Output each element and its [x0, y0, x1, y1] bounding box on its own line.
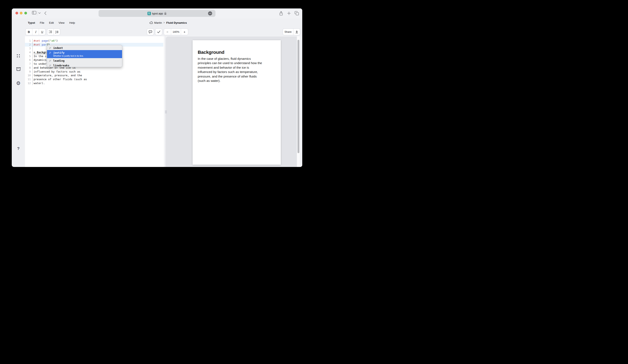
- bold-button[interactable]: B: [26, 29, 32, 35]
- check-button[interactable]: [155, 29, 162, 35]
- checkmark-icon: [157, 30, 160, 33]
- numbered-list-icon: 1 2: [55, 30, 59, 33]
- page-body-line: pressure, and the presence of other flui…: [198, 74, 276, 78]
- new-tab-icon[interactable]: [287, 11, 291, 15]
- tab-overview-icon[interactable]: [295, 11, 299, 15]
- apps-grid-icon[interactable]: [12, 54, 25, 58]
- autocomplete-item-label: linebreaks: [53, 64, 69, 67]
- sidebar-toggle-icon[interactable]: [32, 11, 36, 14]
- settings-gear-icon[interactable]: ⚙: [12, 81, 25, 86]
- breadcrumb-document-title[interactable]: Fluid Dynamics: [166, 21, 187, 24]
- code-line[interactable]: #set page("a6"): [33, 39, 163, 43]
- svg-text:2: 2: [55, 32, 56, 33]
- comment-bubble-icon: [149, 30, 152, 34]
- page-body-line: principles can be used to understand how…: [198, 61, 276, 65]
- gutter: 123456789101112: [25, 39, 33, 85]
- preview-region: Background In the case of glaciers, flui…: [166, 36, 302, 167]
- comment-button-group: [147, 28, 154, 35]
- page-body-line: In the case of glaciers, fluid dynamics: [198, 57, 276, 61]
- splitter-handle-icon[interactable]: [165, 110, 167, 113]
- line-number: 4: [25, 51, 32, 54]
- app-menu-bar: TypstFileEditViewHelp: [28, 18, 75, 27]
- app-header: TypstFileEditViewHelp Martin > Fluid Dyn…: [12, 18, 302, 27]
- parameter-prefix: p: [49, 58, 51, 63]
- line-number: 9: [25, 70, 32, 74]
- code-line[interactable]: temperature, pressure, and the: [33, 73, 163, 77]
- line-number: 6: [25, 58, 32, 62]
- page-body-line: movement and behavior of the ice is: [198, 65, 276, 70]
- menu-item-help[interactable]: Help: [69, 21, 75, 24]
- underline-button[interactable]: U: [39, 29, 45, 35]
- zoom-in-button[interactable]: +: [181, 29, 188, 35]
- preview-scrollbar-thumb[interactable]: [298, 40, 299, 153]
- autocomplete-item-label: justify: [53, 51, 65, 54]
- share-button[interactable]: Share: [283, 29, 293, 35]
- url-text: typst.app: [152, 12, 163, 15]
- breadcrumb-separator: >: [163, 21, 165, 24]
- page-heading: Background: [198, 50, 276, 55]
- download-icon: [295, 30, 298, 33]
- autocomplete-item-description: Whether to justify text in its line.: [53, 54, 122, 57]
- bullet-list-icon: [49, 30, 52, 33]
- breadcrumb: Martin > Fluid Dynamics: [150, 18, 187, 27]
- menu-item-file[interactable]: File: [40, 21, 44, 24]
- bullet-list-button[interactable]: [47, 29, 54, 35]
- line-number: 2: [25, 43, 32, 47]
- zoom-level[interactable]: 140%: [171, 29, 181, 35]
- line-number: 11: [25, 77, 32, 81]
- editor-toolbar: B I U 1 2: [12, 27, 302, 36]
- line-number: 7: [25, 62, 32, 66]
- breadcrumb-owner[interactable]: Martin: [154, 21, 162, 24]
- parameter-prefix: p: [49, 45, 51, 50]
- preview-scrollbar-track[interactable]: [297, 36, 300, 167]
- autocomplete-item-label: leading: [53, 59, 65, 62]
- address-bar[interactable]: t typst.app: [98, 10, 216, 17]
- line-number: 12: [25, 81, 32, 85]
- line-number: 3: [25, 47, 32, 51]
- autocomplete-item-leading[interactable]: pleading: [47, 58, 122, 63]
- menu-item-edit[interactable]: Edit: [49, 21, 54, 24]
- zoom-control-group: − 140% +: [164, 28, 188, 35]
- download-button[interactable]: [293, 29, 300, 35]
- app-sidebar: ⚙ ? typst: [12, 36, 25, 167]
- page-body-line: influenced by factors such as temperatur…: [198, 70, 276, 74]
- browser-toolbar: t typst.app: [12, 8, 302, 18]
- autocomplete-popup: pindentpjustifyWhether to justify text i…: [47, 45, 122, 67]
- chevron-down-icon[interactable]: [38, 12, 41, 14]
- format-button-group: B I U: [25, 28, 46, 35]
- menu-item-typst[interactable]: Typst: [28, 21, 35, 24]
- cloud-sync-icon: [150, 21, 153, 24]
- code-line[interactable]: water).: [33, 81, 163, 85]
- line-number: 10: [25, 73, 32, 77]
- close-window-button[interactable]: [15, 12, 18, 14]
- line-number: 1: [25, 39, 32, 43]
- autocomplete-item-justify[interactable]: pjustifyWhether to justify text in its l…: [47, 50, 122, 58]
- help-icon[interactable]: ?: [12, 146, 25, 151]
- minimize-window-button[interactable]: [20, 12, 22, 14]
- comment-button[interactable]: [147, 29, 154, 35]
- back-button[interactable]: [44, 11, 46, 15]
- italic-button[interactable]: I: [32, 29, 39, 35]
- preview-pane: Background In the case of glaciers, flui…: [166, 36, 297, 167]
- menu-item-view[interactable]: View: [59, 21, 65, 24]
- line-number: 5: [25, 54, 32, 58]
- line-number: 8: [25, 66, 32, 70]
- code-line[interactable]: presence of other fluids (such as: [33, 77, 163, 81]
- autocomplete-item-linebreaks[interactable]: plinebreaks: [47, 63, 122, 67]
- code-line[interactable]: influenced by factors such as: [33, 70, 163, 74]
- toolbar-divider: [37, 11, 37, 16]
- templates-box-icon[interactable]: [12, 67, 25, 71]
- lock-icon: [164, 12, 166, 15]
- autocomplete-item-indent[interactable]: pindent: [47, 45, 122, 50]
- autocomplete-item-label: indent: [53, 46, 63, 50]
- share-button-group: Share: [283, 28, 300, 35]
- site-favicon: t: [148, 12, 151, 15]
- browser-window: t typst.app: [12, 8, 302, 167]
- zoom-window-button[interactable]: [24, 12, 27, 14]
- page-body: In the case of glaciers, fluid dynamicsp…: [198, 57, 276, 83]
- page-settings-icon[interactable]: [208, 11, 212, 15]
- numbered-list-button[interactable]: 1 2: [54, 29, 60, 35]
- zoom-out-button[interactable]: −: [164, 29, 171, 35]
- pane-splitter[interactable]: [163, 36, 166, 167]
- share-export-icon[interactable]: [279, 11, 283, 16]
